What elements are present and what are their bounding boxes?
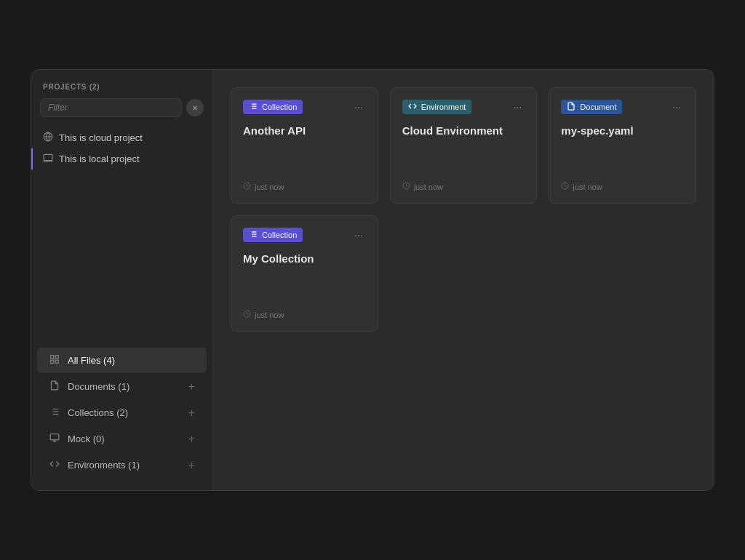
badge-label: Collection: [262, 231, 297, 239]
main-content: Collection ··· Another API just now Envi…: [213, 70, 714, 490]
card-time: just now: [255, 311, 284, 319]
collection-badge-icon: [249, 102, 258, 112]
sidebar-item-collections[interactable]: Collections (2) +: [37, 400, 207, 425]
card-menu-button[interactable]: ···: [669, 100, 684, 114]
card-menu-button[interactable]: ···: [511, 100, 525, 114]
card-title: Cloud Environment: [402, 121, 525, 143]
project-item-local[interactable]: This is local project: [31, 148, 212, 169]
clock-icon: [243, 310, 251, 319]
sidebar-item-documents[interactable]: Documents (1) +: [37, 374, 207, 399]
environment-badge-icon: [408, 102, 417, 112]
clock-icon: [561, 182, 569, 191]
environments-label: Environments (1): [68, 460, 181, 471]
card-title: My Collection: [243, 249, 366, 271]
card-header: Environment ···: [402, 100, 525, 114]
card-time: just now: [414, 183, 443, 191]
app-window: PROJECTS (2) ✕ This is cloud project Thi…: [31, 69, 714, 491]
sidebar: PROJECTS (2) ✕ This is cloud project Thi…: [31, 70, 213, 490]
card-my-spec[interactable]: Document ··· my-spec.yaml just now: [549, 87, 696, 204]
clock-icon: [402, 182, 410, 191]
card-header: Document ···: [561, 100, 684, 114]
cloud-icon: [43, 132, 53, 144]
projects-header: PROJECTS (2): [31, 83, 212, 98]
add-mock-button[interactable]: +: [188, 433, 195, 445]
list-icon: [49, 407, 60, 419]
card-footer: just now: [402, 173, 525, 191]
filter-input[interactable]: [40, 98, 182, 117]
project-cloud-label: This is cloud project: [59, 132, 143, 143]
project-local-label: This is local project: [59, 153, 140, 164]
filter-clear-button[interactable]: ✕: [186, 99, 204, 116]
collections-label: Collections (2): [68, 407, 181, 418]
svg-rect-5: [55, 356, 58, 359]
svg-rect-4: [51, 356, 54, 359]
card-header: Collection ···: [243, 100, 366, 114]
card-title: Another API: [243, 121, 366, 143]
card-footer: just now: [561, 173, 684, 191]
mock-label: Mock (0): [68, 433, 181, 444]
collection-badge-icon: [249, 230, 258, 240]
mock-icon: [49, 433, 60, 445]
project-item-cloud[interactable]: This is cloud project: [31, 127, 212, 148]
all-files-label: All Files (4): [68, 355, 195, 366]
card-footer: just now: [243, 301, 366, 319]
card-another-api[interactable]: Collection ··· Another API just now: [231, 87, 378, 204]
card-badge: Document: [561, 100, 622, 114]
card-my-collection[interactable]: Collection ··· My Collection just now: [231, 215, 378, 332]
card-time: just now: [255, 183, 284, 191]
code-icon: [49, 459, 60, 471]
document-icon: [49, 380, 60, 393]
documents-label: Documents (1): [68, 381, 181, 392]
card-title: my-spec.yaml: [561, 121, 684, 143]
filter-row: ✕: [31, 98, 212, 127]
sidebar-item-mock[interactable]: Mock (0) +: [37, 426, 207, 452]
svg-rect-6: [51, 360, 54, 363]
card-badge: Collection: [243, 228, 303, 242]
sidebar-item-environments[interactable]: Environments (1) +: [37, 452, 207, 478]
card-footer: just now: [243, 173, 366, 191]
badge-label: Document: [580, 103, 616, 111]
card-menu-button[interactable]: ···: [351, 100, 366, 114]
card-menu-button[interactable]: ···: [351, 228, 366, 242]
grid-icon: [49, 354, 60, 367]
svg-rect-7: [55, 360, 58, 363]
card-header: Collection ···: [243, 228, 366, 242]
cards-grid: Collection ··· Another API just now Envi…: [231, 87, 696, 332]
add-document-button[interactable]: +: [188, 381, 195, 393]
badge-label: Environment: [421, 103, 466, 111]
card-badge: Collection: [243, 100, 303, 114]
close-icon: ✕: [192, 104, 198, 112]
card-badge: Environment: [402, 100, 472, 114]
clock-icon: [243, 182, 251, 191]
sidebar-nav: All Files (4) Documents (1) + Collection…: [31, 347, 212, 490]
add-collection-button[interactable]: +: [188, 407, 195, 419]
add-environment-button[interactable]: +: [188, 460, 195, 471]
card-time: just now: [573, 183, 602, 191]
document-badge-icon: [567, 102, 575, 112]
badge-label: Collection: [262, 103, 297, 111]
laptop-icon: [43, 153, 53, 165]
sidebar-item-all-files[interactable]: All Files (4): [37, 348, 207, 373]
svg-rect-2: [44, 154, 52, 160]
card-cloud-environment[interactable]: Environment ··· Cloud Environment just n…: [390, 87, 538, 204]
svg-rect-14: [50, 434, 59, 440]
